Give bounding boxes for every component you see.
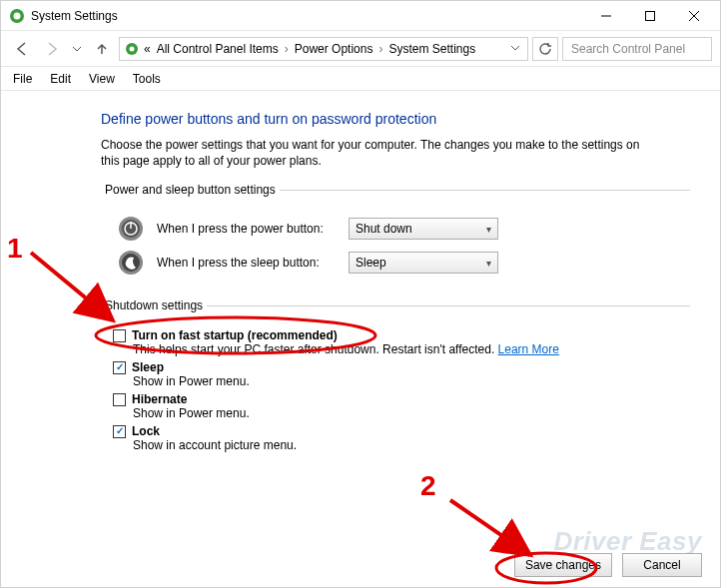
sleep-button-row: When I press the sleep button: Sleep ▾ [117,249,690,277]
sleep-checkbox[interactable] [113,361,126,374]
lock-sub: Show in account picture menu. [133,438,690,452]
menu-view[interactable]: View [87,70,117,88]
refresh-icon [538,42,552,56]
minimize-icon [601,11,611,21]
lock-label: Lock [132,424,160,438]
hibernate-label: Hibernate [132,392,187,406]
chevron-right-icon: › [376,42,384,56]
arrow-up-icon [94,41,110,57]
save-button[interactable]: Save changes [514,553,612,577]
search-field[interactable] [569,41,705,57]
close-icon [689,11,699,21]
search-input[interactable] [562,37,712,61]
forward-button[interactable] [39,36,65,62]
history-dropdown[interactable] [69,36,85,62]
breadcrumb-item[interactable]: All Control Panel Items [155,42,281,56]
breadcrumb[interactable]: « All Control Panel Items › Power Option… [119,37,528,61]
chevron-down-icon: ▾ [486,224,491,235]
cancel-button[interactable]: Cancel [622,553,702,577]
chevron-down-icon: ▾ [486,258,491,269]
group-legend: Power and sleep button settings [101,183,280,197]
svg-line-17 [450,500,530,555]
power-button-label: When I press the power button: [157,222,337,236]
minimize-button[interactable] [584,2,628,30]
back-button[interactable] [9,36,35,62]
breadcrumb-item[interactable]: Power Options [293,42,375,56]
dropdown-value: Shut down [356,222,412,236]
refresh-button[interactable] [532,37,558,61]
svg-point-8 [130,46,135,51]
lock-checkbox[interactable] [113,425,126,438]
sleep-icon [117,249,145,277]
learn-more-link[interactable]: Learn More [498,342,559,356]
maximize-button[interactable] [628,2,672,30]
shutdown-group: Shutdown settings Turn on fast startup (… [101,298,690,460]
content-area: Define power buttons and turn on passwor… [1,91,720,482]
app-icon [9,8,25,24]
dropdown-value: Sleep [356,256,386,270]
chevron-down-icon [72,44,82,54]
sleep-label: Sleep [132,360,164,374]
title-bar: System Settings [1,1,720,31]
arrow-left-icon [14,41,30,57]
power-button-row: When I press the power button: Shut down… [117,215,690,243]
hibernate-item: Hibernate Show in Power menu. [113,392,690,420]
sleep-button-dropdown[interactable]: Sleep ▾ [349,252,498,274]
sleep-sub: Show in Power menu. [133,374,690,388]
chevron-right-icon: › [283,42,291,56]
breadcrumb-dropdown[interactable] [507,42,523,56]
menu-file[interactable]: File [11,70,34,88]
hibernate-sub: Show in Power menu. [133,406,690,420]
breadcrumb-chevrons[interactable]: « [142,42,153,56]
fast-startup-label: Turn on fast startup (recommended) [132,328,338,342]
sleep-button-label: When I press the sleep button: [157,256,337,270]
power-button-dropdown[interactable]: Shut down ▾ [349,218,498,240]
svg-rect-4 [646,11,655,20]
fast-startup-sub: This helps start your PC faster after sh… [133,342,498,356]
window-title: System Settings [31,9,584,23]
button-row: Save changes Cancel [514,553,702,577]
arrow-right-icon [44,41,60,57]
chevron-down-icon [510,43,520,53]
power-icon [117,215,145,243]
menu-edit[interactable]: Edit [48,70,73,88]
fast-startup-checkbox[interactable] [113,329,126,342]
page-description: Choose the power settings that you want … [101,137,660,169]
control-panel-icon [124,41,140,57]
fast-startup-item: Turn on fast startup (recommended) This … [113,328,690,356]
maximize-icon [645,11,655,21]
sleep-item: Sleep Show in Power menu. [113,360,690,388]
menu-bar: File Edit View Tools [1,67,720,91]
svg-rect-2 [16,9,18,12]
up-button[interactable] [89,36,115,62]
nav-bar: « All Control Panel Items › Power Option… [1,31,720,67]
menu-tools[interactable]: Tools [131,70,163,88]
svg-point-1 [14,12,21,19]
close-button[interactable] [672,2,716,30]
hibernate-checkbox[interactable] [113,393,126,406]
power-sleep-group: Power and sleep button settings When I p… [101,183,690,287]
page-title: Define power buttons and turn on passwor… [101,111,690,127]
group-legend: Shutdown settings [101,298,207,312]
lock-item: Lock Show in account picture menu. [113,424,690,452]
breadcrumb-item[interactable]: System Settings [386,42,477,56]
